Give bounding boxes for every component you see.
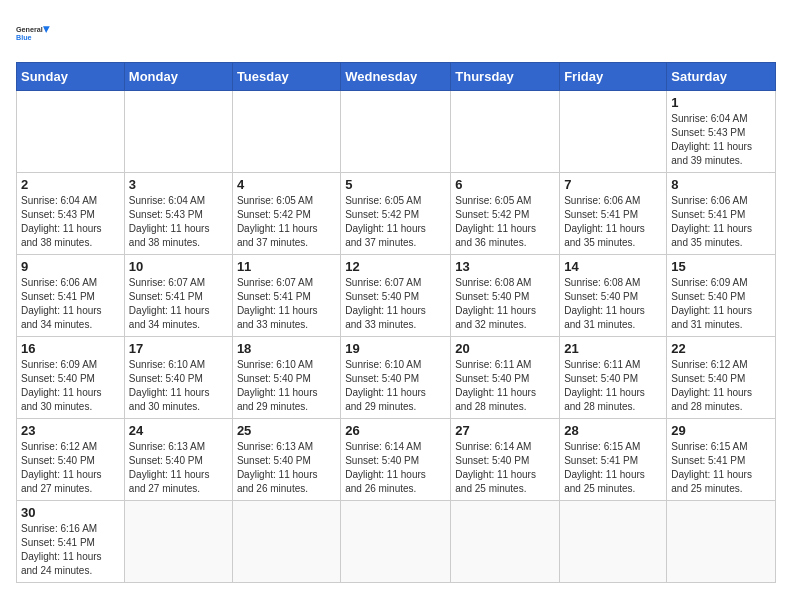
day-number: 17 xyxy=(129,341,228,356)
calendar-cell: 17Sunrise: 6:10 AM Sunset: 5:40 PM Dayli… xyxy=(124,337,232,419)
day-info: Sunrise: 6:11 AM Sunset: 5:40 PM Dayligh… xyxy=(455,358,555,414)
day-info: Sunrise: 6:04 AM Sunset: 5:43 PM Dayligh… xyxy=(129,194,228,250)
day-info: Sunrise: 6:06 AM Sunset: 5:41 PM Dayligh… xyxy=(671,194,771,250)
day-info: Sunrise: 6:14 AM Sunset: 5:40 PM Dayligh… xyxy=(345,440,446,496)
header-tuesday: Tuesday xyxy=(232,63,340,91)
calendar-cell: 10Sunrise: 6:07 AM Sunset: 5:41 PM Dayli… xyxy=(124,255,232,337)
day-number: 13 xyxy=(455,259,555,274)
calendar-cell: 30Sunrise: 6:16 AM Sunset: 5:41 PM Dayli… xyxy=(17,501,125,583)
day-number: 20 xyxy=(455,341,555,356)
day-number: 24 xyxy=(129,423,228,438)
day-number: 1 xyxy=(671,95,771,110)
calendar-cell: 16Sunrise: 6:09 AM Sunset: 5:40 PM Dayli… xyxy=(17,337,125,419)
calendar-cell xyxy=(232,501,340,583)
calendar-week-row: 23Sunrise: 6:12 AM Sunset: 5:40 PM Dayli… xyxy=(17,419,776,501)
calendar-cell: 4Sunrise: 6:05 AM Sunset: 5:42 PM Daylig… xyxy=(232,173,340,255)
day-number: 12 xyxy=(345,259,446,274)
day-number: 22 xyxy=(671,341,771,356)
day-info: Sunrise: 6:09 AM Sunset: 5:40 PM Dayligh… xyxy=(671,276,771,332)
calendar-cell xyxy=(124,91,232,173)
day-number: 9 xyxy=(21,259,120,274)
day-info: Sunrise: 6:07 AM Sunset: 5:40 PM Dayligh… xyxy=(345,276,446,332)
day-number: 23 xyxy=(21,423,120,438)
calendar-cell xyxy=(341,91,451,173)
calendar-cell: 27Sunrise: 6:14 AM Sunset: 5:40 PM Dayli… xyxy=(451,419,560,501)
calendar-cell: 3Sunrise: 6:04 AM Sunset: 5:43 PM Daylig… xyxy=(124,173,232,255)
calendar-cell: 18Sunrise: 6:10 AM Sunset: 5:40 PM Dayli… xyxy=(232,337,340,419)
svg-text:General: General xyxy=(16,25,43,34)
day-info: Sunrise: 6:12 AM Sunset: 5:40 PM Dayligh… xyxy=(21,440,120,496)
day-info: Sunrise: 6:09 AM Sunset: 5:40 PM Dayligh… xyxy=(21,358,120,414)
calendar-week-row: 30Sunrise: 6:16 AM Sunset: 5:41 PM Dayli… xyxy=(17,501,776,583)
calendar-cell: 5Sunrise: 6:05 AM Sunset: 5:42 PM Daylig… xyxy=(341,173,451,255)
day-info: Sunrise: 6:12 AM Sunset: 5:40 PM Dayligh… xyxy=(671,358,771,414)
calendar-cell xyxy=(560,91,667,173)
calendar-week-row: 2Sunrise: 6:04 AM Sunset: 5:43 PM Daylig… xyxy=(17,173,776,255)
day-number: 10 xyxy=(129,259,228,274)
day-info: Sunrise: 6:13 AM Sunset: 5:40 PM Dayligh… xyxy=(237,440,336,496)
day-number: 7 xyxy=(564,177,662,192)
calendar-cell: 2Sunrise: 6:04 AM Sunset: 5:43 PM Daylig… xyxy=(17,173,125,255)
header-friday: Friday xyxy=(560,63,667,91)
calendar-cell xyxy=(667,501,776,583)
day-info: Sunrise: 6:16 AM Sunset: 5:41 PM Dayligh… xyxy=(21,522,120,578)
calendar-cell: 24Sunrise: 6:13 AM Sunset: 5:40 PM Dayli… xyxy=(124,419,232,501)
day-info: Sunrise: 6:05 AM Sunset: 5:42 PM Dayligh… xyxy=(455,194,555,250)
day-info: Sunrise: 6:05 AM Sunset: 5:42 PM Dayligh… xyxy=(345,194,446,250)
calendar-cell: 6Sunrise: 6:05 AM Sunset: 5:42 PM Daylig… xyxy=(451,173,560,255)
day-number: 18 xyxy=(237,341,336,356)
calendar-cell: 12Sunrise: 6:07 AM Sunset: 5:40 PM Dayli… xyxy=(341,255,451,337)
logo-icon: GeneralBlue xyxy=(16,16,52,52)
calendar-week-row: 1Sunrise: 6:04 AM Sunset: 5:43 PM Daylig… xyxy=(17,91,776,173)
day-info: Sunrise: 6:07 AM Sunset: 5:41 PM Dayligh… xyxy=(129,276,228,332)
day-number: 19 xyxy=(345,341,446,356)
day-number: 5 xyxy=(345,177,446,192)
calendar-cell: 14Sunrise: 6:08 AM Sunset: 5:40 PM Dayli… xyxy=(560,255,667,337)
calendar-cell: 22Sunrise: 6:12 AM Sunset: 5:40 PM Dayli… xyxy=(667,337,776,419)
calendar-cell: 25Sunrise: 6:13 AM Sunset: 5:40 PM Dayli… xyxy=(232,419,340,501)
day-number: 16 xyxy=(21,341,120,356)
day-number: 2 xyxy=(21,177,120,192)
calendar-cell xyxy=(451,91,560,173)
svg-text:Blue: Blue xyxy=(16,33,32,42)
day-number: 4 xyxy=(237,177,336,192)
day-number: 26 xyxy=(345,423,446,438)
day-number: 15 xyxy=(671,259,771,274)
day-info: Sunrise: 6:15 AM Sunset: 5:41 PM Dayligh… xyxy=(671,440,771,496)
calendar-cell xyxy=(560,501,667,583)
calendar-cell: 20Sunrise: 6:11 AM Sunset: 5:40 PM Dayli… xyxy=(451,337,560,419)
day-number: 25 xyxy=(237,423,336,438)
calendar-cell: 28Sunrise: 6:15 AM Sunset: 5:41 PM Dayli… xyxy=(560,419,667,501)
header-thursday: Thursday xyxy=(451,63,560,91)
calendar-cell xyxy=(124,501,232,583)
calendar-cell: 19Sunrise: 6:10 AM Sunset: 5:40 PM Dayli… xyxy=(341,337,451,419)
day-number: 11 xyxy=(237,259,336,274)
calendar-cell: 26Sunrise: 6:14 AM Sunset: 5:40 PM Dayli… xyxy=(341,419,451,501)
calendar-cell: 8Sunrise: 6:06 AM Sunset: 5:41 PM Daylig… xyxy=(667,173,776,255)
day-info: Sunrise: 6:15 AM Sunset: 5:41 PM Dayligh… xyxy=(564,440,662,496)
calendar-cell: 15Sunrise: 6:09 AM Sunset: 5:40 PM Dayli… xyxy=(667,255,776,337)
calendar-cell: 9Sunrise: 6:06 AM Sunset: 5:41 PM Daylig… xyxy=(17,255,125,337)
header-sunday: Sunday xyxy=(17,63,125,91)
day-number: 14 xyxy=(564,259,662,274)
calendar-cell xyxy=(341,501,451,583)
calendar-cell: 1Sunrise: 6:04 AM Sunset: 5:43 PM Daylig… xyxy=(667,91,776,173)
day-info: Sunrise: 6:13 AM Sunset: 5:40 PM Dayligh… xyxy=(129,440,228,496)
header-wednesday: Wednesday xyxy=(341,63,451,91)
calendar-cell: 21Sunrise: 6:11 AM Sunset: 5:40 PM Dayli… xyxy=(560,337,667,419)
day-info: Sunrise: 6:08 AM Sunset: 5:40 PM Dayligh… xyxy=(455,276,555,332)
calendar-cell: 23Sunrise: 6:12 AM Sunset: 5:40 PM Dayli… xyxy=(17,419,125,501)
calendar-week-row: 16Sunrise: 6:09 AM Sunset: 5:40 PM Dayli… xyxy=(17,337,776,419)
day-info: Sunrise: 6:11 AM Sunset: 5:40 PM Dayligh… xyxy=(564,358,662,414)
day-number: 30 xyxy=(21,505,120,520)
day-info: Sunrise: 6:04 AM Sunset: 5:43 PM Dayligh… xyxy=(21,194,120,250)
day-number: 21 xyxy=(564,341,662,356)
day-number: 3 xyxy=(129,177,228,192)
day-info: Sunrise: 6:14 AM Sunset: 5:40 PM Dayligh… xyxy=(455,440,555,496)
calendar-week-row: 9Sunrise: 6:06 AM Sunset: 5:41 PM Daylig… xyxy=(17,255,776,337)
page-header: GeneralBlue xyxy=(16,16,776,52)
day-info: Sunrise: 6:06 AM Sunset: 5:41 PM Dayligh… xyxy=(21,276,120,332)
calendar-header-row: SundayMondayTuesdayWednesdayThursdayFrid… xyxy=(17,63,776,91)
day-info: Sunrise: 6:05 AM Sunset: 5:42 PM Dayligh… xyxy=(237,194,336,250)
day-number: 8 xyxy=(671,177,771,192)
